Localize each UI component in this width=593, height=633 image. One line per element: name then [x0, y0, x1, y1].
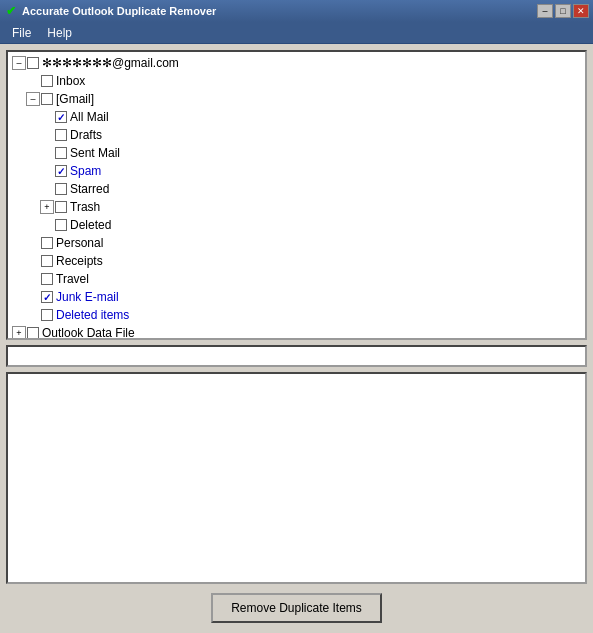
- label-junk: Junk E-mail: [56, 290, 119, 304]
- remove-duplicates-button[interactable]: Remove Duplicate Items: [211, 593, 382, 623]
- checkbox-travel[interactable]: [41, 273, 53, 285]
- checkbox-receipts[interactable]: [41, 255, 53, 267]
- main-content: – ✻✻✻✻✻✻✻@gmail.com Inbox – [Gmail] All …: [0, 44, 593, 633]
- check-icon: ✔: [6, 4, 16, 18]
- title-bar: ✔ Accurate Outlook Duplicate Remover – □…: [0, 0, 593, 22]
- checkbox-account[interactable]: [27, 57, 39, 69]
- expander-empty-junk: [26, 290, 40, 304]
- label-trash: Trash: [70, 200, 100, 214]
- close-button[interactable]: ✕: [573, 4, 589, 18]
- checkbox-junk[interactable]: [41, 291, 53, 303]
- checkbox-deleteditems[interactable]: [41, 309, 53, 321]
- checkbox-gmail[interactable]: [41, 93, 53, 105]
- progress-bar-container: [6, 345, 587, 367]
- expander-trash[interactable]: +: [40, 200, 54, 214]
- tree-row-starred[interactable]: Starred: [10, 180, 583, 198]
- tree-row-outlookdata[interactable]: + Outlook Data File: [10, 324, 583, 340]
- label-personal: Personal: [56, 236, 103, 250]
- expander-empty-deleted: [40, 218, 54, 232]
- label-inbox: Inbox: [56, 74, 85, 88]
- tree-row-inbox[interactable]: Inbox: [10, 72, 583, 90]
- tree-row-sentmail[interactable]: Sent Mail: [10, 144, 583, 162]
- expander-empty-inbox: [26, 74, 40, 88]
- label-drafts: Drafts: [70, 128, 102, 142]
- checkbox-sentmail[interactable]: [55, 147, 67, 159]
- expander-empty-spam: [40, 164, 54, 178]
- tree-row-deleted[interactable]: Deleted: [10, 216, 583, 234]
- maximize-button[interactable]: □: [555, 4, 571, 18]
- label-travel: Travel: [56, 272, 89, 286]
- expander-gmail[interactable]: –: [26, 92, 40, 106]
- checkbox-starred[interactable]: [55, 183, 67, 195]
- minimize-button[interactable]: –: [537, 4, 553, 18]
- expander-empty-personal: [26, 236, 40, 250]
- checkbox-deleted[interactable]: [55, 219, 67, 231]
- tree-row-allmail[interactable]: All Mail: [10, 108, 583, 126]
- checkbox-trash[interactable]: [55, 201, 67, 213]
- expander-empty-travel: [26, 272, 40, 286]
- tree-row-junk[interactable]: Junk E-mail: [10, 288, 583, 306]
- checkbox-allmail[interactable]: [55, 111, 67, 123]
- folder-tree[interactable]: – ✻✻✻✻✻✻✻@gmail.com Inbox – [Gmail] All …: [6, 50, 587, 340]
- app-icon: ✔: [4, 4, 18, 18]
- label-outlookdata: Outlook Data File: [42, 326, 135, 340]
- tree-row-trash[interactable]: + Trash: [10, 198, 583, 216]
- label-allmail: All Mail: [70, 110, 109, 124]
- checkbox-personal[interactable]: [41, 237, 53, 249]
- label-receipts: Receipts: [56, 254, 103, 268]
- expander-account[interactable]: –: [12, 56, 26, 70]
- label-deleted: Deleted: [70, 218, 111, 232]
- expander-empty-receipts: [26, 254, 40, 268]
- file-menu[interactable]: File: [4, 24, 39, 42]
- tree-row-travel[interactable]: Travel: [10, 270, 583, 288]
- expander-outlookdata[interactable]: +: [12, 326, 26, 340]
- checkbox-inbox[interactable]: [41, 75, 53, 87]
- label-account: ✻✻✻✻✻✻✻@gmail.com: [42, 56, 179, 70]
- button-area: Remove Duplicate Items: [6, 589, 587, 627]
- expander-empty-allmail: [40, 110, 54, 124]
- log-output: [6, 372, 587, 584]
- checkbox-spam[interactable]: [55, 165, 67, 177]
- tree-row-receipts[interactable]: Receipts: [10, 252, 583, 270]
- checkbox-drafts[interactable]: [55, 129, 67, 141]
- tree-row-spam[interactable]: Spam: [10, 162, 583, 180]
- expander-empty-drafts: [40, 128, 54, 142]
- window-title: Accurate Outlook Duplicate Remover: [22, 5, 216, 17]
- expander-empty-deleteditems: [26, 308, 40, 322]
- label-starred: Starred: [70, 182, 109, 196]
- label-gmail: [Gmail]: [56, 92, 94, 106]
- help-menu[interactable]: Help: [39, 24, 80, 42]
- tree-row-gmail[interactable]: – [Gmail]: [10, 90, 583, 108]
- expander-empty-sentmail: [40, 146, 54, 160]
- label-sentmail: Sent Mail: [70, 146, 120, 160]
- tree-row-account[interactable]: – ✻✻✻✻✻✻✻@gmail.com: [10, 54, 583, 72]
- checkbox-outlookdata[interactable]: [27, 327, 39, 339]
- window-controls: – □ ✕: [537, 4, 589, 18]
- tree-row-personal[interactable]: Personal: [10, 234, 583, 252]
- label-deleteditems: Deleted items: [56, 308, 129, 322]
- label-spam: Spam: [70, 164, 101, 178]
- menu-bar: File Help: [0, 22, 593, 44]
- tree-row-deleteditems[interactable]: Deleted items: [10, 306, 583, 324]
- tree-row-drafts[interactable]: Drafts: [10, 126, 583, 144]
- expander-empty-starred: [40, 182, 54, 196]
